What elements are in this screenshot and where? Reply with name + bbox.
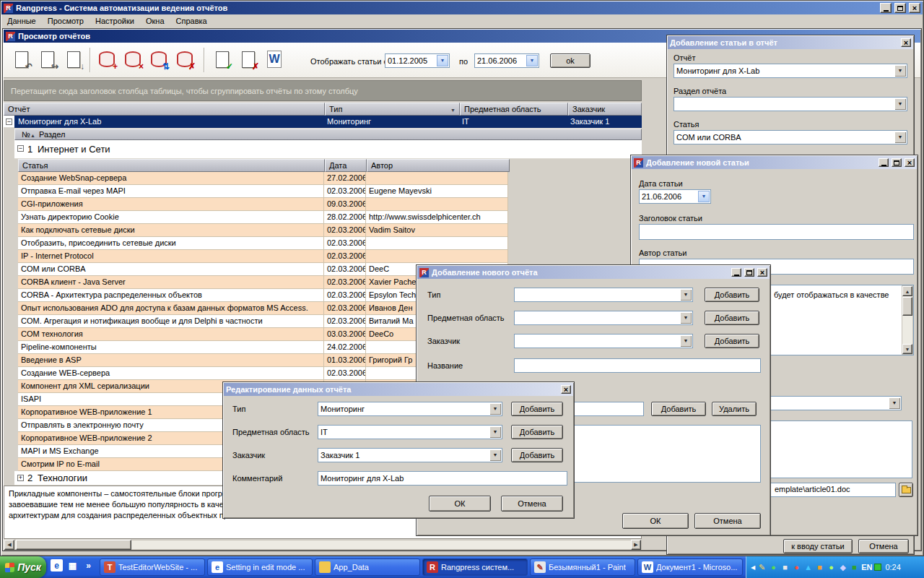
tray-lime-icon[interactable]: ● — [827, 563, 836, 572]
task-label: App_Data — [334, 563, 369, 571]
tray-darkgreen-icon[interactable]: ■ — [850, 563, 859, 572]
taskbar-task[interactable]: RRangpress систем... — [422, 558, 528, 576]
taskbar-task[interactable]: WДокумент1 - Microso... — [637, 558, 743, 576]
taskbar-clock: 0:24 — [885, 563, 900, 571]
testeditor-icon: T — [104, 561, 116, 573]
word-icon: W — [642, 561, 653, 573]
paint-icon: ✎ — [534, 561, 546, 573]
task-label: Безымянный1 - Paint — [549, 563, 626, 571]
status-led-icon — [874, 564, 881, 571]
task-label: Rangpress систем... — [441, 563, 514, 571]
task-label: Документ1 - Microso... — [656, 563, 737, 571]
tray-red-icon[interactable]: ● — [792, 563, 801, 572]
system-tray: ✎●■●▲■●◆■ EN 0:24 — [746, 556, 924, 578]
windows-logo-icon — [5, 562, 14, 572]
task-label: TestEditorWebSite - ... — [118, 563, 197, 571]
tray-white-icon[interactable]: ■ — [780, 563, 790, 572]
taskbar-task[interactable]: eSetting in edit mode ... — [207, 558, 313, 576]
ie-quick-icon[interactable]: e — [51, 559, 63, 571]
tray-violet-icon[interactable]: ◆ — [838, 563, 847, 572]
ie-icon: e — [212, 561, 223, 573]
tray-green-icon[interactable]: ● — [769, 563, 778, 572]
tray-pen-icon[interactable]: ✎ — [757, 563, 767, 572]
taskbar-layer: Пуск e▦» ✎●■●▲■●◆■ EN 0:24 TTestEditorWe… — [0, 0, 924, 578]
screen: Rangpress - Система автоматизации ведени… — [0, 0, 924, 578]
quick-launch: e▦» — [51, 559, 95, 571]
taskbar-task[interactable]: TTestEditorWebSite - ... — [100, 558, 205, 576]
taskbar-task[interactable]: App_Data — [315, 558, 420, 576]
folder-icon — [319, 561, 331, 573]
show-desktop-icon[interactable]: ▦ — [66, 559, 79, 571]
rangpress-icon: R — [427, 561, 438, 573]
tray-orange-icon[interactable]: ■ — [815, 563, 824, 572]
more-toolbar-icon[interactable]: » — [82, 559, 95, 571]
taskbar-task[interactable]: ✎Безымянный1 - Paint — [530, 558, 635, 576]
start-button[interactable]: Пуск — [0, 556, 46, 578]
task-label: Setting in edit mode ... — [226, 563, 305, 571]
tray-collapse-icon[interactable] — [751, 564, 755, 571]
tray-blue-icon[interactable]: ▲ — [803, 563, 813, 572]
tray-icons: ✎●■●▲■●◆■ — [757, 563, 859, 572]
language-indicator[interactable]: EN — [861, 563, 872, 571]
start-label: Пуск — [17, 561, 41, 573]
